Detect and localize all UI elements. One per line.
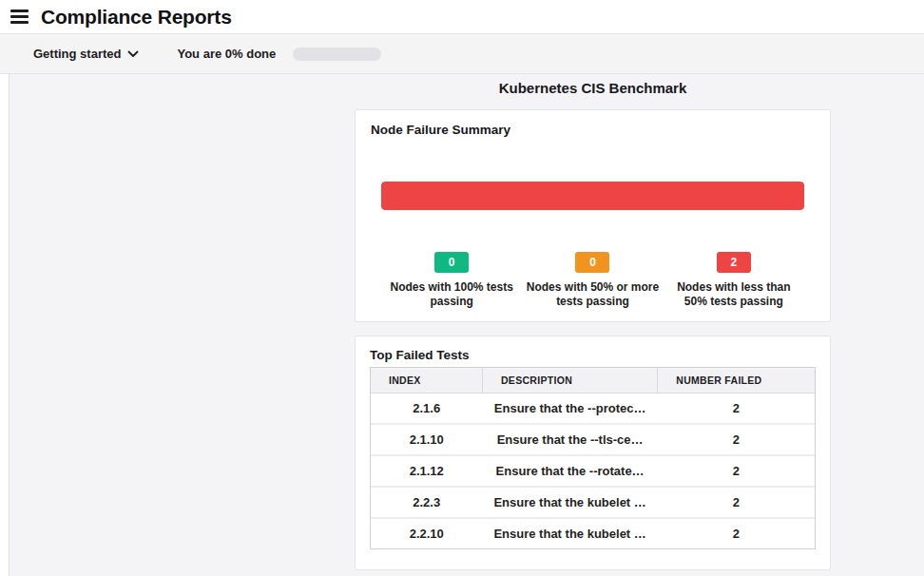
cell-description: Ensure that the kubelet … (482, 518, 657, 548)
stat-label: Nodes with 100% tests passing (383, 280, 521, 309)
page-title: Compliance Reports (41, 6, 232, 29)
cell-description: Ensure that the --rotate… (482, 455, 657, 487)
hamburger-menu-icon[interactable] (9, 8, 30, 26)
table-row[interactable]: 2.2.10 Ensure that the kubelet … 2 (371, 518, 815, 548)
stat-label: Nodes with less than 50% tests passing (664, 280, 802, 309)
cell-number-failed: 2 (658, 455, 815, 487)
cell-number-failed: 2 (658, 518, 815, 548)
top-failed-tests-title: Top Failed Tests (370, 348, 816, 362)
app-header: Compliance Reports (0, 0, 924, 33)
stat-badge-red: 2 (717, 252, 751, 273)
cell-index: 2.1.6 (371, 394, 482, 425)
column-header-description: DESCRIPTION (482, 368, 657, 394)
table-row[interactable]: 2.1.6 Ensure that the --protec… 2 (371, 394, 815, 425)
getting-started-bar: Getting started You are 0% done (0, 33, 924, 74)
stat-label: Nodes with 50% or more tests passing (524, 280, 662, 309)
cell-description: Ensure that the --tls-ce… (482, 424, 657, 455)
table-row[interactable]: 2.1.10 Ensure that the --tls-ce… 2 (371, 424, 815, 455)
cell-index: 2.2.3 (371, 487, 482, 518)
chevron-down-icon (127, 50, 139, 58)
table-row[interactable]: 2.2.3 Ensure that the kubelet … 2 (371, 487, 815, 518)
main-panel: Kubernetes CIS Benchmark Node Failure Su… (10, 74, 924, 576)
cell-number-failed: 2 (658, 394, 815, 425)
node-failure-summary-card: Node Failure Summary 0 Nodes with 100% t… (355, 109, 831, 322)
column-header-number-failed: NUMBER FAILED (658, 368, 815, 394)
stat-badge-green: 0 (434, 252, 469, 273)
getting-started-dropdown[interactable]: Getting started (33, 47, 139, 61)
stat-nodes-100-passing: 0 Nodes with 100% tests passing (381, 252, 522, 309)
cell-description: Ensure that the --protec… (482, 394, 657, 425)
stat-nodes-50-or-more-passing: 0 Nodes with 50% or more tests passing (522, 252, 663, 309)
content-area: Kubernetes CIS Benchmark Node Failure Su… (0, 74, 924, 576)
node-stats-row: 0 Nodes with 100% tests passing 0 Nodes … (381, 252, 804, 309)
column-header-index: INDEX (371, 368, 482, 394)
node-failure-bar-failing-segment (381, 182, 804, 210)
cell-description: Ensure that the kubelet … (482, 487, 657, 518)
progress-text: You are 0% done (177, 47, 276, 61)
cell-index: 2.2.10 (371, 518, 482, 548)
stat-badge-orange: 0 (575, 252, 609, 273)
cell-index: 2.1.12 (371, 455, 482, 487)
table-header-row: INDEX DESCRIPTION NUMBER FAILED (371, 368, 815, 394)
top-failed-tests-table: INDEX DESCRIPTION NUMBER FAILED 2.1.6 En… (370, 367, 816, 549)
node-failure-summary-title: Node Failure Summary (371, 123, 830, 137)
top-failed-tests-card: Top Failed Tests INDEX DESCRIPTION NUMBE… (355, 336, 831, 570)
cell-index: 2.1.10 (371, 424, 482, 455)
table-row[interactable]: 2.1.12 Ensure that the --rotate… 2 (371, 455, 815, 487)
benchmark-title: Kubernetes CIS Benchmark (355, 80, 831, 96)
cell-number-failed: 2 (658, 487, 815, 518)
node-failure-bar-chart (381, 182, 804, 210)
cell-number-failed: 2 (658, 424, 815, 455)
getting-started-label: Getting started (33, 47, 121, 61)
stat-nodes-less-50-passing: 2 Nodes with less than 50% tests passing (664, 252, 804, 309)
left-gutter (0, 74, 10, 576)
progress-bar (293, 48, 381, 61)
